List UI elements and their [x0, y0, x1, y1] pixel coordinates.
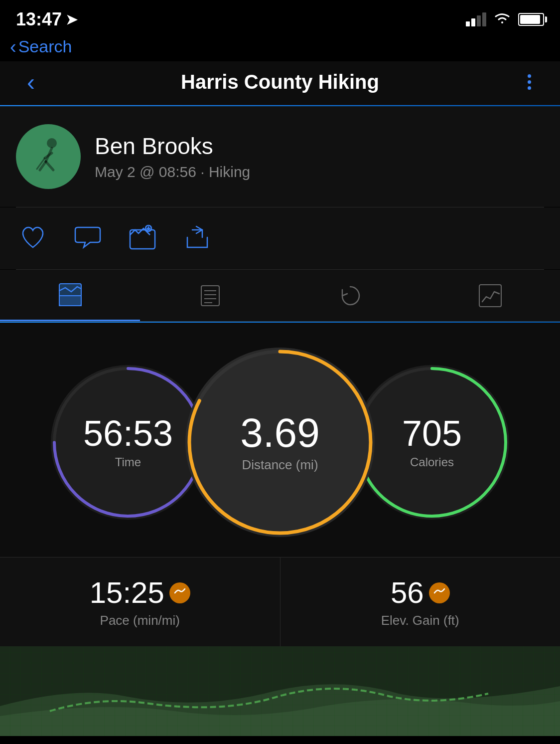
tab-bar — [0, 270, 560, 322]
stats-section: 56:53 Time 3.69 Distance (mi) 705 Calori… — [0, 323, 560, 557]
dot-2 — [528, 80, 531, 84]
more-options-button[interactable] — [514, 74, 544, 90]
like-button[interactable] — [18, 222, 48, 254]
tab-overview[interactable] — [0, 270, 140, 321]
pace-badge — [169, 582, 190, 603]
page-title: Harris County Hiking — [46, 71, 514, 93]
svg-rect-17 — [479, 285, 501, 307]
tab-charts[interactable] — [420, 270, 560, 321]
distance-circle: 3.69 Distance (mi) — [185, 348, 375, 537]
svg-rect-6 — [130, 230, 155, 249]
elevation-metric: 56 Elev. Gain (ft) — [280, 558, 560, 646]
time-circle: 56:53 Time — [51, 365, 205, 520]
pace-metric: 15:25 Pace (min/mi) — [0, 558, 280, 646]
tab-laps[interactable] — [280, 270, 420, 321]
calories-circle: 705 Calories — [355, 365, 509, 520]
elevation-value: 56 — [391, 575, 424, 610]
svg-rect-11 — [59, 296, 81, 306]
profile-section: Ben Brooks May 2 @ 08:56 · Hiking — [0, 106, 560, 207]
svg-point-0 — [47, 138, 57, 148]
metrics-row: 15:25 Pace (min/mi) 56 Elev. Gain (ft) — [0, 557, 560, 646]
status-bar: 13:47 ➤ — [0, 0, 560, 35]
tab-splits[interactable] — [140, 270, 280, 321]
header: ‹ Harris County Hiking — [0, 61, 560, 105]
comment-button[interactable] — [73, 222, 103, 254]
back-nav[interactable]: ‹ Search — [0, 35, 560, 61]
profile-name: Ben Brooks — [95, 133, 250, 160]
pace-label: Pace (min/mi) — [10, 613, 270, 628]
header-back-button[interactable]: ‹ — [16, 68, 46, 96]
back-label[interactable]: Search — [18, 37, 72, 56]
svg-line-3 — [46, 162, 53, 170]
elevation-badge — [429, 582, 450, 603]
dot-3 — [528, 86, 531, 90]
wifi-icon — [493, 11, 511, 27]
action-row — [0, 207, 560, 269]
pace-value: 15:25 — [90, 575, 164, 610]
share-button[interactable] — [182, 222, 212, 254]
status-time: 13:47 ➤ — [16, 9, 77, 30]
avatar — [16, 124, 81, 189]
profile-meta: May 2 @ 08:56 · Hiking — [95, 164, 250, 181]
location-arrow-icon: ➤ — [66, 11, 77, 28]
add-photo-button[interactable] — [128, 222, 157, 254]
signal-icon — [466, 12, 486, 26]
status-icons — [466, 11, 544, 27]
svg-rect-24 — [0, 646, 560, 736]
profile-info: Ben Brooks May 2 @ 08:56 · Hiking — [95, 133, 250, 181]
dot-1 — [528, 74, 531, 78]
elevation-label: Elev. Gain (ft) — [290, 613, 551, 628]
map-section — [0, 646, 560, 736]
back-chevron-icon: ‹ — [10, 37, 16, 56]
battery-icon — [518, 13, 544, 26]
